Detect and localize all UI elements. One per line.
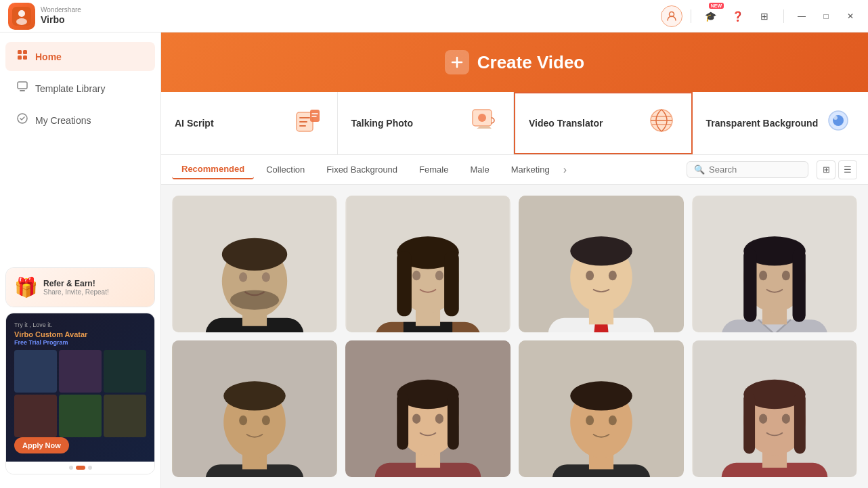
svg-point-45	[609, 271, 617, 280]
custom-avatar-brand: Virbo Custom Avatar	[14, 330, 146, 339]
feature-ai-script[interactable]: AI Script	[161, 92, 338, 154]
minimize-button[interactable]: —	[792, 7, 811, 26]
feature-video-translator[interactable]: Video Translator	[514, 92, 693, 154]
divider-2	[783, 9, 784, 23]
view-toggle: ⊞ ☰	[817, 160, 857, 179]
svg-point-59	[223, 381, 286, 410]
filter-fixed-background[interactable]: Fixed Background	[317, 160, 407, 179]
dot-1	[69, 466, 73, 470]
my-creations-icon	[16, 112, 28, 128]
svg-point-60	[239, 416, 247, 425]
search-box: 🔍	[687, 161, 808, 178]
svg-point-61	[262, 416, 270, 425]
svg-rect-7	[23, 56, 27, 60]
avatar-card-7[interactable]	[519, 340, 684, 477]
filter-female[interactable]: Female	[410, 160, 458, 179]
avatar-thumb-1	[14, 350, 57, 393]
main-layout: Home Template Library My Creations	[0, 32, 868, 488]
sidebar-label-home: Home	[35, 51, 62, 62]
svg-rect-5	[23, 50, 27, 54]
sidebar-label-template-library: Template Library	[35, 83, 106, 94]
graduation-icon-button[interactable]: NEW 🎓	[699, 5, 721, 27]
svg-point-86	[782, 414, 790, 423]
filter-male[interactable]: Male	[460, 160, 498, 179]
avatar-image-harper	[692, 196, 857, 332]
custom-avatar-content: Try it , Love it. Virbo Custom Avatar Fr…	[6, 313, 154, 462]
home-icon	[16, 49, 28, 64]
promo-dots	[6, 462, 154, 474]
apply-now-button[interactable]: Apply Now	[14, 437, 69, 453]
app-title: Virbo	[41, 14, 81, 26]
svg-point-23	[222, 238, 287, 271]
grid-view-button[interactable]: ⊞	[817, 160, 836, 179]
grid-icon-button[interactable]: ⊞	[754, 5, 775, 27]
svg-point-76	[586, 416, 594, 425]
avatar-gallery: Brandt-Casual	[161, 185, 868, 488]
avatar-card-8[interactable]	[692, 340, 857, 477]
svg-rect-6	[18, 56, 22, 60]
avatar-image-8	[692, 340, 857, 477]
filter-collection[interactable]: Collection	[257, 160, 314, 179]
video-translator-icon	[645, 104, 678, 142]
feature-talking-photo[interactable]: Talking Photo	[338, 92, 515, 154]
sidebar-item-home[interactable]: Home	[5, 42, 155, 71]
svg-rect-51	[743, 248, 756, 321]
avatar-card-ruby[interactable]: Ruby-Games	[519, 196, 684, 332]
transparent-bg-label: Transparent Background	[706, 118, 819, 129]
filter-recommended[interactable]: Recommended	[172, 160, 254, 179]
app-branding: Wondershare Virbo	[8, 3, 81, 30]
list-view-button[interactable]: ☰	[838, 160, 857, 179]
avatar-image-7	[519, 340, 684, 477]
transparent-bg-icon	[822, 104, 854, 142]
custom-avatar-card[interactable]: Try it , Love it. Virbo Custom Avatar Fr…	[5, 313, 155, 474]
avatar-thumb-4	[14, 395, 57, 437]
svg-point-70	[435, 414, 443, 423]
svg-rect-12	[310, 110, 320, 122]
avatar-thumb-5	[59, 395, 102, 437]
svg-point-14	[478, 114, 486, 122]
template-library-icon	[16, 81, 28, 96]
title-bar: Wondershare Virbo NEW 🎓 ❓ ⊞ — □ ✕	[0, 0, 868, 32]
avatar-image-ruby	[519, 196, 684, 332]
avatar-thumb-2	[59, 350, 102, 393]
refer-earn-content: 🎁 Refer & Earn! Share, Invite, Repeat!	[6, 268, 154, 307]
create-video-banner[interactable]: Create Video	[161, 32, 868, 92]
plus-icon	[445, 50, 469, 74]
talking-photo-label: Talking Photo	[351, 118, 414, 129]
user-avatar-button[interactable]	[661, 5, 682, 27]
svg-point-85	[759, 414, 767, 423]
avatar-card-harper[interactable]: Harper-Promotion	[692, 196, 857, 332]
filter-bar: Recommended Collection Fixed Background …	[161, 155, 868, 185]
ai-script-label: AI Script	[175, 118, 214, 129]
svg-point-54	[782, 271, 790, 280]
svg-point-53	[759, 271, 767, 280]
feature-transparent-bg[interactable]: Transparent Background	[693, 92, 869, 154]
app-name-block: Wondershare Virbo	[41, 6, 81, 26]
search-icon: 🔍	[694, 164, 705, 175]
avatar-card-6[interactable]	[345, 340, 511, 477]
close-button[interactable]: ✕	[841, 7, 860, 26]
help-icon-button[interactable]: ❓	[726, 5, 748, 27]
svg-rect-52	[793, 248, 806, 321]
filter-marketing[interactable]: Marketing	[502, 160, 559, 179]
restore-button[interactable]: □	[817, 7, 836, 26]
sidebar-item-template-library[interactable]: Template Library	[5, 74, 155, 103]
filter-more-button[interactable]: ›	[563, 164, 567, 176]
ai-script-icon	[291, 104, 324, 142]
avatar-card-5[interactable]: HOT	[172, 340, 337, 477]
sidebar-label-my-creations: My Creations	[35, 115, 91, 126]
custom-avatar-title: Try it , Love it. Virbo Custom Avatar Fr…	[14, 321, 146, 347]
svg-point-25	[262, 272, 270, 282]
refer-earn-title: Refer & Earn!	[43, 279, 109, 288]
dot-2	[76, 466, 85, 470]
svg-rect-33	[397, 251, 412, 316]
search-input[interactable]	[709, 164, 790, 175]
new-badge: NEW	[709, 3, 724, 9]
sidebar-item-my-creations[interactable]: My Creations	[5, 106, 155, 135]
avatar-card-brandt[interactable]: Brandt-Casual	[172, 196, 337, 332]
refer-earn-card[interactable]: 🎁 Refer & Earn! Share, Invite, Repeat!	[5, 267, 155, 307]
avatar-card-elena[interactable]: Elena-Professional	[345, 196, 511, 332]
custom-avatar-tag: Try it , Love it.	[14, 321, 146, 330]
svg-rect-34	[444, 251, 459, 316]
avatar-image-6	[345, 340, 511, 477]
